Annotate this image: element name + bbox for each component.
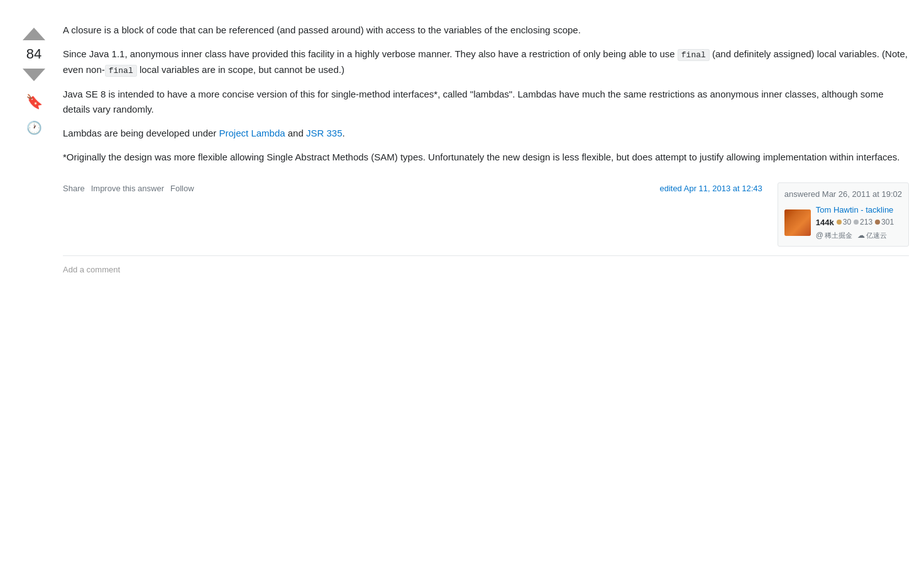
paragraph-4: Lambdas are being developed under Projec… (63, 126, 909, 141)
gold-count: 30 (843, 216, 851, 228)
paragraph-5: *Originally the design was more flexible… (63, 150, 909, 165)
juejin-label: 稀土掘金 (825, 230, 852, 241)
user-details: Tom Hawtin - tackline 144k 30 (816, 204, 894, 241)
edited-date: Apr 11, 2013 at 12:43 (684, 184, 762, 193)
add-comment-link[interactable]: Add a comment (63, 265, 120, 274)
jsr-335-link[interactable]: JSR 335 (306, 128, 343, 138)
silver-badge-dot (854, 220, 859, 225)
platform-cloud: ☁ 亿速云 (857, 230, 887, 241)
paragraph-2: Since Java 1.1, anonymous inner class ha… (63, 47, 909, 78)
down-arrow-icon (23, 69, 45, 81)
vote-up-button[interactable] (20, 25, 48, 43)
footer-right: edited Apr 11, 2013 at 12:43 answered Ma… (659, 182, 909, 247)
cloud-icon: ☁ (857, 230, 865, 241)
user-info: Tom Hawtin - tackline 144k 30 (784, 204, 902, 241)
answer-body: A closure is a block of code that can be… (53, 23, 909, 277)
gold-badge: 30 (837, 216, 851, 228)
avatar-image (784, 209, 811, 236)
silver-count: 213 (860, 216, 872, 228)
paragraph-5-text: *Originally the design was more flexible… (63, 152, 899, 162)
answered-label: answered Mar 26, 2011 at 19:02 (784, 188, 902, 201)
share-link[interactable]: Share (63, 182, 85, 195)
silver-badge: 213 (854, 216, 872, 228)
juejin-icon: @ (816, 230, 823, 241)
vote-down-button[interactable] (20, 66, 48, 84)
answer-footer: Share Improve this answer Follow edited … (63, 176, 909, 247)
footer-actions: Share Improve this answer Follow (63, 182, 194, 195)
platform-juejin: @ 稀土掘金 (816, 230, 852, 241)
paragraph-1: A closure is a block of code that can be… (63, 23, 909, 38)
improve-link[interactable]: Improve this answer (91, 182, 164, 195)
rep-count: 144k (816, 216, 834, 229)
bronze-count: 301 (881, 216, 894, 228)
bookmark-icon[interactable]: 🔖 (26, 91, 43, 112)
cloud-label: 亿速云 (866, 230, 887, 241)
add-comment-section: Add a comment (63, 255, 909, 277)
avatar (784, 209, 811, 236)
paragraph-3: Java SE 8 is intended to have a more con… (63, 87, 909, 117)
page-wrapper: 84 🔖 🕐 A closure is a block of code that… (0, 0, 924, 299)
p2-code-1: final (678, 49, 710, 61)
bronze-badge-dot (875, 220, 880, 225)
username-link[interactable]: Tom Hawtin - tackline (816, 204, 894, 216)
user-reputation: 144k 30 213 (816, 216, 894, 229)
edited-label: edited (659, 184, 681, 193)
p4-text-1: Lambdas are being developed under (63, 128, 219, 138)
answered-card: answered Mar 26, 2011 at 19:02 Tom Hawti… (778, 182, 909, 247)
p2-text-1: Since Java 1.1, anonymous inner class ha… (63, 48, 678, 59)
p4-text-3: . (343, 128, 345, 138)
p2-code-2: final (105, 65, 137, 77)
paragraph-3-text: Java SE 8 is intended to have a more con… (63, 89, 884, 114)
platforms-row: @ 稀土掘金 ☁ 亿速云 (816, 230, 894, 241)
p4-text-2: and (285, 128, 306, 138)
project-lambda-link[interactable]: Project Lambda (219, 128, 285, 138)
p2-text-3: local variables are in scope, but cannot… (137, 64, 344, 75)
bronze-badge: 301 (875, 216, 894, 228)
answer-container: 84 🔖 🕐 A closure is a block of code that… (0, 13, 924, 287)
edited-link[interactable]: edited Apr 11, 2013 at 12:43 (659, 184, 762, 193)
gold-badge-dot (837, 220, 842, 225)
follow-link[interactable]: Follow (170, 182, 194, 195)
vote-count: 84 (26, 45, 41, 64)
up-arrow-icon (23, 28, 45, 40)
vote-column: 84 🔖 🕐 (15, 23, 53, 277)
paragraph-1-text: A closure is a block of code that can be… (63, 25, 581, 35)
edited-info: edited Apr 11, 2013 at 12:43 (659, 182, 762, 195)
answer-text: A closure is a block of code that can be… (63, 23, 909, 165)
history-icon[interactable]: 🕐 (26, 118, 42, 137)
